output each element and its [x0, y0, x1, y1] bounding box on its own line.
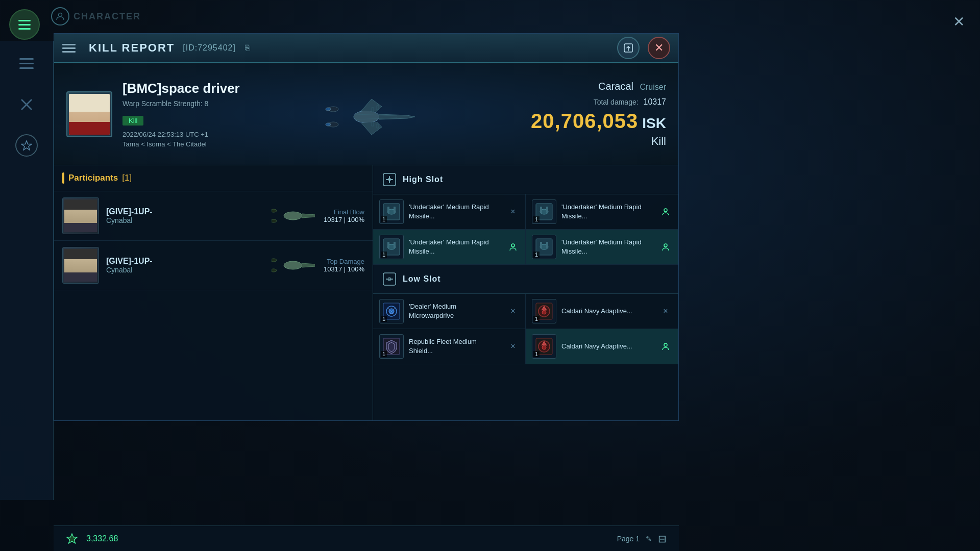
kill-datetime: 2022/06/24 22:53:13 UTC +1: [122, 131, 240, 138]
svg-point-21: [272, 219, 277, 222]
slot-icon-1: 1: [379, 199, 404, 224]
ship-type: Cruiser: [640, 83, 666, 91]
stat-values-2: 10317 | 100%: [324, 265, 364, 273]
left-sidebar: [0, 41, 54, 500]
app-close-button[interactable]: ✕: [947, 10, 970, 33]
slot-item-name-h4: 'Undertaker' Medium Rapid Missile...: [561, 238, 654, 256]
low-slot-header: Low Slot: [373, 265, 678, 294]
slot-action-h1[interactable]: ×: [507, 206, 519, 218]
svg-point-57: [542, 310, 546, 314]
high-slot-item-1: 1 'Undertaker' Medium Rapid Missile... ×: [373, 194, 526, 230]
svg-marker-6: [21, 141, 32, 150]
victim-avatar: [66, 91, 112, 137]
main-menu-button[interactable]: [9, 9, 40, 40]
content-area: Participants [1] [GIVE]-1UP- Cynabal: [54, 165, 678, 420]
svg-point-44: [511, 244, 514, 247]
low-slot-icon-1: 1: [379, 299, 404, 323]
panel-menu-icon[interactable]: [62, 39, 81, 57]
participant-stats-2: Top Damage 10317 | 100%: [324, 258, 364, 273]
slot-action-h3[interactable]: [507, 241, 519, 253]
slot-icon-4: 1: [532, 235, 556, 259]
kill-type-label: Kill: [531, 135, 666, 148]
pagination-area: Page 1 ✎ ⊟: [617, 533, 667, 545]
character-label: CHARACTER: [74, 11, 141, 22]
participant-row: [GIVE]-1UP- Cynabal: [54, 191, 373, 241]
participants-panel: Participants [1] [GIVE]-1UP- Cynabal: [54, 165, 373, 420]
svg-point-39: [664, 209, 667, 212]
slots-panel: High Slot 1 'Undertaker' Mediu: [373, 165, 678, 420]
low-slot-icon-3: 1: [379, 334, 404, 359]
svg-point-61: [542, 345, 546, 349]
high-slot-item-4: 1 'Undertaker' Medium Rapid Missile...: [526, 230, 678, 265]
low-slot-title: Low Slot: [403, 274, 441, 284]
character-nav: CHARACTER: [51, 7, 141, 26]
kill-hero: [BMC]space driver Warp Scramble Strength…: [54, 63, 678, 165]
bottom-bar: 3,332.68 Page 1 ✎ ⊟: [54, 525, 679, 551]
low-slot-item-2: 1 Caldari Navy Adaptive... ×: [526, 294, 678, 329]
sidebar-cross-icon[interactable]: [14, 92, 39, 117]
svg-rect-34: [394, 207, 396, 213]
low-slot-item-name-3: Republic Fleet Medium Shield...: [409, 337, 502, 356]
victim-warp-strength: Warp Scramble Strength: 8: [122, 99, 240, 108]
export-button[interactable]: [617, 37, 640, 59]
sidebar-star-icon[interactable]: [14, 133, 39, 158]
svg-point-12: [326, 123, 331, 126]
participant-avatar-1: [62, 197, 99, 234]
svg-rect-18: [377, 124, 379, 128]
bottom-isk-area: 3,332.68: [66, 533, 118, 545]
svg-point-19: [284, 212, 302, 220]
stat-values-1: 10317 | 100%: [324, 216, 364, 223]
svg-rect-15: [372, 108, 374, 112]
isk-value: 20,706,053: [531, 110, 638, 133]
sidebar-menu-icon[interactable]: [14, 51, 39, 77]
slot-action-h4[interactable]: [659, 241, 672, 253]
copy-icon[interactable]: ⎘: [245, 43, 250, 53]
low-slot-action-4[interactable]: [659, 340, 672, 353]
panel-id: [ID:7295402]: [183, 43, 236, 53]
low-slot-action-2[interactable]: ×: [659, 305, 672, 317]
high-slot-header: High Slot: [373, 165, 678, 194]
low-slot-item-4: 1 Caldari Navy Adaptive...: [526, 329, 678, 364]
slot-action-h2[interactable]: [659, 206, 672, 218]
filter-icon[interactable]: ⊟: [658, 533, 667, 545]
page-label: Page 1: [617, 535, 640, 543]
high-slot-grid: 1 'Undertaker' Medium Rapid Missile... ×: [373, 194, 678, 265]
high-slot-icon: [381, 171, 398, 188]
participant-ship-img-1: [271, 202, 316, 230]
low-slot-item-name-1: 'Dealer' Medium Microwarpdrive: [409, 302, 502, 320]
svg-point-62: [664, 343, 667, 346]
high-slot-item-3: 1 'Undertaker' Medium Rapid Missile...: [373, 230, 526, 265]
kill-report-panel: KILL REPORT [ID:7295402] ⎘ ✕ [BMC]space …: [54, 33, 679, 421]
participant-row-2: [GIVE]-1UP- Cynabal: [54, 241, 373, 290]
slot-item-name-h2: 'Undertaker' Medium Rapid Missile...: [561, 203, 654, 221]
svg-rect-16: [377, 106, 379, 110]
kill-location: Tarna < Isorna < The Citadel: [122, 140, 240, 148]
svg-point-8: [354, 111, 379, 123]
low-slot-grid: 1 'Dealer' Medium Microwarpdrive ×: [373, 294, 678, 364]
panel-close-button[interactable]: ✕: [648, 37, 670, 59]
low-slot-action-3[interactable]: ×: [507, 340, 519, 353]
participant-avatar-2: [62, 247, 99, 284]
slot-icon-2: 1: [532, 199, 556, 224]
participant-name-1: [GIVE]-1UP-: [106, 207, 263, 216]
low-slot-item-1: 1 'Dealer' Medium Microwarpdrive ×: [373, 294, 526, 329]
cynabal-ship-1: [272, 203, 315, 229]
pencil-icon[interactable]: ✎: [646, 535, 652, 543]
svg-rect-38: [546, 207, 548, 213]
svg-point-26: [272, 269, 277, 272]
participant-stats-1: Final Blow 10317 | 100%: [324, 208, 364, 223]
participant-ship-1: Cynabal: [106, 216, 263, 224]
panel-header: KILL REPORT [ID:7295402] ⎘ ✕: [54, 34, 678, 63]
svg-rect-42: [387, 242, 389, 248]
svg-point-0: [59, 13, 62, 17]
high-slot-title: High Slot: [403, 175, 443, 184]
svg-point-49: [664, 244, 667, 247]
low-slot-item-name-2: Caldari Navy Adaptive...: [561, 307, 654, 316]
low-slot-action-1[interactable]: ×: [507, 305, 519, 317]
low-slot-icon: [381, 271, 398, 287]
ship-image-area: [280, 68, 453, 165]
svg-rect-33: [387, 207, 389, 213]
participant-ship-2: Cynabal: [106, 266, 263, 274]
participants-header: Participants [1]: [54, 165, 373, 191]
slot-icon-3: 1: [379, 235, 404, 259]
